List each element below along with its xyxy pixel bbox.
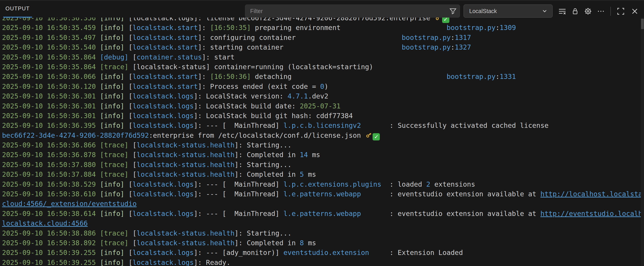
log-segment-trace: [trace]: [100, 229, 132, 237]
log-segment-plain: [: [128, 43, 132, 51]
log-segment-blue: localstack.start: [132, 34, 198, 41]
log-segment-blue: l.p.c.b.licensingv2: [284, 122, 361, 130]
vertical-scrollbar[interactable]: [641, 17, 644, 266]
log-segment-plain: :: [451, 34, 455, 41]
log-segment-ts: 2025-09-10 16:50:39.255: [2, 249, 100, 257]
log-segment-plain: ]: Starting...: [234, 229, 292, 237]
log-segment-trace: [trace]: [100, 161, 132, 169]
log-segment-plain: ]: --- [ MainThread]: [194, 122, 284, 130]
log-segment-plain: .dev2: [308, 92, 328, 100]
log-segment-file[interactable]: bootstrap.py: [402, 34, 451, 41]
ellipsis-icon: [597, 7, 605, 15]
log-segment-plain: [: [128, 73, 132, 81]
log-segment-file[interactable]: bootstrap.py: [447, 73, 496, 81]
chevron-down-icon: [540, 6, 549, 15]
scrollbar-thumb[interactable]: [641, 19, 644, 29]
log-segment-ts: 2025-09-10 16:50:36.878: [2, 151, 100, 159]
log-segment-plain: [: [128, 112, 132, 120]
log-segment-trace: [trace]: [100, 151, 132, 159]
log-segment-plain: : eventstudio extension available at: [361, 210, 540, 218]
log-segment-blue: localstack-status.health: [136, 141, 234, 149]
log-segment-blue: localstack.logs: [132, 190, 194, 198]
log-segment-url[interactable]: http://eventstudio.localhost.: [540, 210, 644, 218]
log-segment-plain: [: [128, 34, 132, 41]
filter-input[interactable]: [245, 8, 448, 14]
log-line: 2025-09-10 16:50:36.120 [info] [localsta…: [2, 82, 641, 91]
log-segment-plain: ]: starting container: [198, 43, 402, 51]
log-segment-info: [info]: [100, 43, 128, 51]
log-segment-url[interactable]: http://localhost.localstack.: [540, 190, 644, 198]
log-line: 2025-09-10 16:50:38.614 [info] [localsta…: [2, 209, 641, 218]
log-segment-ts: 2025-09-10 16:50:38.610: [2, 190, 100, 198]
log-segment-plain: preparing environment: [251, 24, 447, 31]
log-line: 2025-09-10 16:50:36.866 [trace] [localst…: [2, 140, 641, 150]
log-segment-info: [info]: [100, 112, 128, 120]
close-panel-button[interactable]: [630, 6, 640, 16]
log-segment-num: 0: [320, 83, 324, 90]
log-segment-file[interactable]: 1309: [500, 24, 516, 31]
log-segment-plain: ]: --- [ MainThread]: [194, 210, 284, 218]
log-segment-blue: localstack.logs: [132, 112, 194, 120]
log-segment-plain: ]: --- [ MainThread]: [194, 190, 284, 198]
tab-output-label: OUTPUT: [6, 5, 30, 12]
log-segment-blue: l.e.patterns.webapp: [284, 210, 361, 218]
log-segment-blue: localstack.logs: [132, 249, 194, 257]
log-segment-file[interactable]: bootstrap.py: [402, 43, 451, 51]
channel-dropdown[interactable]: LocalStack: [464, 4, 552, 17]
log-segment-blue: localstack.logs: [132, 102, 194, 110]
log-segment-plain: ): [324, 83, 328, 90]
log-segment-ts: 2025-09-10 16:50:36.301: [2, 92, 100, 100]
log-segment-trace: [trace]: [100, 170, 132, 178]
auto-scroll-lock-button[interactable]: [570, 6, 580, 16]
log-segment-blue: localstack.logs: [132, 180, 194, 188]
log-segment-plain: [: [128, 249, 132, 257]
maximize-panel-button[interactable]: [616, 6, 626, 16]
log-segment-ts: 2025-09-10 16:50:35.864: [2, 53, 100, 61]
lock-icon: [571, 7, 579, 15]
log-segment-info: [info]: [100, 83, 128, 90]
log-segment-plain: [: [132, 161, 136, 169]
log-segment-ts: 2025-09-10 16:50:36.395: [2, 122, 100, 130]
log-line: 2025-09-10 16:50:36.395 [info] [localsta…: [2, 121, 641, 130]
tab-output[interactable]: OUTPUT: [3, 0, 32, 17]
log-segment-blue: localstack-status.health: [136, 170, 234, 178]
log-line: 2025-09-10 16:50:36.066 [info] [localsta…: [2, 72, 641, 81]
log-segment-file[interactable]: 1317: [455, 34, 471, 41]
log-segment-ts: 2025-09-10 16:50:36.866: [2, 141, 100, 149]
log-line: 2025-09-10 16:50:39.255 [info] [localsta…: [2, 248, 641, 258]
log-segment-blue: l.e.patterns.webapp: [284, 190, 361, 198]
log-segment-plain: ]: Completed in: [234, 151, 300, 159]
log-line: 2025-09-10 16:50:38.886 [trace] [localst…: [2, 228, 641, 238]
log-line: cloud:4566/_extension/eventstudio: [2, 199, 641, 209]
log-segment-plain: ]:: [198, 73, 210, 81]
log-segment-url[interactable]: cloud:4566/_extension/eventstudio: [2, 200, 136, 208]
log-segment-info: [info]: [100, 102, 128, 110]
log-segment-file[interactable]: bootstrap.py: [447, 24, 496, 31]
log-segment-plain: : loaded: [382, 180, 426, 188]
log-segment-plain: [: [128, 259, 132, 266]
toolbar-separator: [610, 7, 611, 16]
more-actions-button[interactable]: [596, 6, 606, 16]
log-segment-info: [info]: [100, 24, 128, 31]
clear-output-button[interactable]: [557, 6, 568, 16]
log-segment-info: [info]: [100, 190, 128, 198]
log-segment-url[interactable]: localstack.cloud:4566: [2, 219, 88, 227]
log-segment-trace: [trace]: [100, 141, 132, 149]
log-segment-plain: [: [132, 141, 136, 149]
log-segment-plain: ]: start: [202, 53, 234, 61]
log-segment-plain: : eventstudio extension available at: [361, 190, 540, 198]
log-segment-plain: [: [132, 239, 136, 247]
log-segment-ts: 2025-09-10 16:50:38.886: [2, 229, 100, 237]
log-segment-plain: [: [128, 122, 132, 130]
settings-button[interactable]: [583, 6, 593, 16]
log-segment-file[interactable]: 1327: [455, 43, 471, 51]
panel-header: OUTPUT LocalStack: [0, 0, 644, 17]
log-segment-ts: 2025-09-10 16:50:35.497: [2, 34, 100, 41]
log-segment-plain: [: [128, 190, 132, 198]
log-line: 2025-09-10 16:50:38.610 [info] [localsta…: [2, 189, 641, 199]
log-segment-plain: extensions: [430, 180, 475, 188]
check-emoji: ✓: [372, 133, 380, 140]
log-segment-file[interactable]: 1331: [500, 73, 516, 81]
log-segment-plain: [: [128, 102, 132, 110]
gear-icon: [584, 7, 592, 15]
